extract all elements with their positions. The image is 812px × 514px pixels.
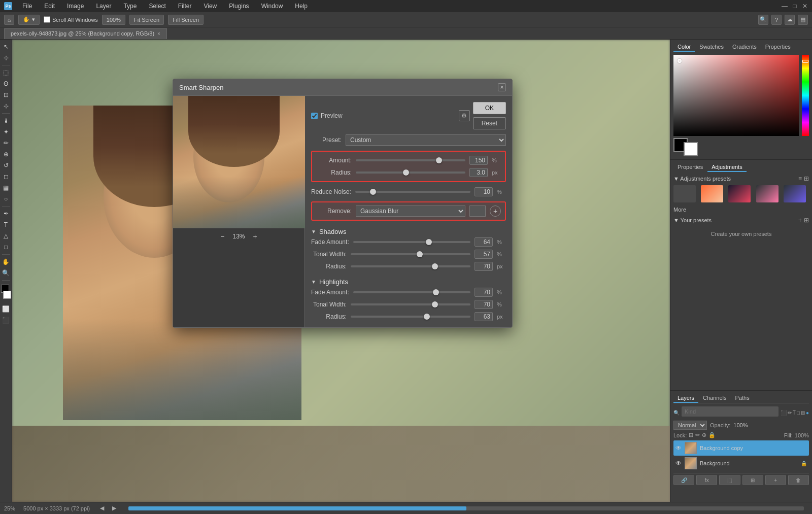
scroll-all-windows-checkbox[interactable]	[44, 16, 50, 23]
zoom-out-button[interactable]: −	[220, 232, 224, 241]
status-prev[interactable]: ◀	[100, 505, 104, 511]
highlights-collapse[interactable]: ▼ Highlights	[311, 278, 506, 286]
color-picker-area[interactable]	[673, 55, 809, 136]
lock-artboard-icon[interactable]: ⊕	[702, 432, 706, 438]
adj-presets-toggle[interactable]: ▼ Adjustments presets	[673, 176, 731, 182]
amount-value[interactable]: 150	[469, 156, 488, 165]
spot-healing-tool[interactable]: ✦	[1, 127, 11, 137]
filter-smart[interactable]: ⊞	[801, 410, 805, 416]
menu-help[interactable]: Help	[293, 2, 310, 11]
preset-select[interactable]: Custom	[346, 134, 506, 146]
zoom-tool[interactable]: 🔍	[1, 268, 11, 278]
tab-close-button[interactable]: ×	[157, 31, 160, 37]
amount-slider[interactable]	[356, 159, 465, 161]
zoom-in-button[interactable]: +	[253, 232, 257, 241]
filter-type[interactable]: T	[793, 410, 796, 416]
delete-layer-button[interactable]: 🗑	[788, 475, 809, 485]
new-layer-button[interactable]: +	[765, 475, 786, 485]
shadows-radius-slider[interactable]	[351, 265, 470, 267]
menu-image[interactable]: Image	[65, 2, 86, 11]
clone-tool[interactable]: ⊕	[1, 149, 11, 159]
layer-vis-icon-copy[interactable]: 👁	[675, 444, 682, 452]
shadows-fade-value[interactable]: 64	[475, 237, 493, 247]
tab-layers[interactable]: Layers	[673, 394, 698, 403]
fit-screen-button[interactable]: Fit Screen	[129, 15, 164, 25]
layer-search-input[interactable]	[682, 406, 779, 417]
tab-channels[interactable]: Channels	[699, 394, 730, 403]
lock-all-icon[interactable]: 🔒	[708, 432, 716, 438]
cloud-icon[interactable]: ☁	[785, 15, 795, 25]
adj-list-view[interactable]: ≡	[798, 175, 802, 182]
your-presets-toggle[interactable]: ▼ Your presets	[673, 217, 712, 223]
menu-type[interactable]: Type	[121, 2, 139, 11]
marquee-tool[interactable]: ⬚	[1, 67, 11, 78]
add-effect-button[interactable]: fx	[696, 475, 717, 485]
tab-adjustments[interactable]: Adjustments	[707, 163, 747, 172]
remove-angle-input[interactable]: 0	[469, 205, 486, 217]
eyedropper-tool[interactable]: 🌡	[1, 116, 11, 126]
tab-swatches[interactable]: Swatches	[695, 43, 728, 52]
link-layers-button[interactable]: 🔗	[673, 475, 694, 485]
layer-item-background[interactable]: 👁 Background 🔒	[673, 456, 809, 471]
reset-button[interactable]: Reset	[473, 117, 506, 129]
highlights-tonal-value[interactable]: 70	[475, 300, 493, 309]
add-preset-button[interactable]: +	[798, 217, 802, 224]
hand-tool[interactable]: ✋	[1, 257, 11, 267]
blend-mode-select[interactable]: Normal	[673, 421, 707, 430]
menu-view[interactable]: View	[201, 2, 219, 11]
highlights-radius-value[interactable]: 63	[475, 312, 493, 321]
menu-window[interactable]: Window	[259, 2, 285, 11]
history-brush-tool[interactable]: ↺	[1, 160, 11, 170]
maximize-button[interactable]: □	[792, 3, 798, 9]
screen-mode-tool[interactable]: ⬛	[1, 315, 11, 325]
remove-select[interactable]: Gaussian Blur Lens Blur Motion Blur	[356, 205, 465, 217]
highlights-fade-slider[interactable]	[353, 291, 470, 293]
document-tab[interactable]: pexels-olly-948873.jpg @ 25% (Background…	[4, 28, 167, 39]
background-color-swatch[interactable]	[3, 291, 11, 299]
pen-tool[interactable]: ✒	[1, 209, 11, 219]
shadows-tonal-value[interactable]: 57	[475, 250, 493, 259]
hand-tool-option[interactable]: ✋ ▾	[18, 15, 40, 25]
quick-mask-tool[interactable]: ⬜	[1, 304, 11, 314]
layer-item-background-copy[interactable]: 👁 Background copy	[673, 440, 809, 456]
opacity-value[interactable]: 100%	[733, 422, 748, 428]
brush-tool[interactable]: ✏	[1, 138, 11, 148]
menu-file[interactable]: File	[20, 2, 34, 11]
filter-pixel[interactable]: ⬛	[781, 410, 787, 416]
lock-position-icon[interactable]: ✏	[695, 432, 700, 438]
color-hue-strip[interactable]	[802, 55, 809, 136]
menu-select[interactable]: Select	[147, 2, 167, 11]
menu-layer[interactable]: Layer	[94, 2, 113, 11]
fill-value[interactable]: 100%	[795, 432, 809, 438]
filter-adjustment[interactable]: ✏	[788, 410, 792, 416]
eraser-tool[interactable]: ◻	[1, 172, 11, 182]
preset-options[interactable]: ⊞	[804, 217, 809, 224]
tab-paths[interactable]: Paths	[731, 394, 754, 403]
fill-screen-button[interactable]: Fill Screen	[168, 15, 204, 25]
adj-grid-view[interactable]: ⊞	[804, 175, 809, 182]
tab-gradients[interactable]: Gradients	[728, 43, 761, 52]
minimize-button[interactable]: —	[782, 3, 788, 9]
menu-filter[interactable]: Filter	[176, 2, 194, 11]
search-icon[interactable]: 🔍	[758, 15, 768, 25]
gradient-tool[interactable]: ▦	[1, 183, 11, 193]
add-mask-button[interactable]: ⬚	[719, 475, 740, 485]
color-gradient[interactable]	[673, 55, 799, 136]
more-button[interactable]: More	[673, 207, 809, 213]
reduce-noise-slider[interactable]	[355, 191, 470, 193]
help-icon[interactable]: ?	[771, 15, 782, 25]
new-group-button[interactable]: ⊞	[742, 475, 763, 485]
panel-icon[interactable]: ▤	[798, 15, 808, 25]
preset-thumb-4[interactable]	[756, 185, 779, 202]
settings-button[interactable]: ⚙	[459, 110, 470, 121]
path-select-tool[interactable]: △	[1, 231, 11, 241]
move-tool[interactable]: ↖	[1, 42, 11, 52]
remove-add-button[interactable]: +	[490, 205, 501, 217]
reduce-noise-value[interactable]: 10	[475, 187, 493, 196]
ok-button[interactable]: OK	[473, 102, 506, 114]
lasso-tool[interactable]: ʘ	[1, 79, 11, 89]
object-select-tool[interactable]: ⊡	[1, 90, 11, 100]
shadows-radius-value[interactable]: 70	[475, 262, 493, 271]
menu-plugins[interactable]: Plugins	[227, 2, 251, 11]
highlights-fade-value[interactable]: 70	[475, 288, 493, 297]
